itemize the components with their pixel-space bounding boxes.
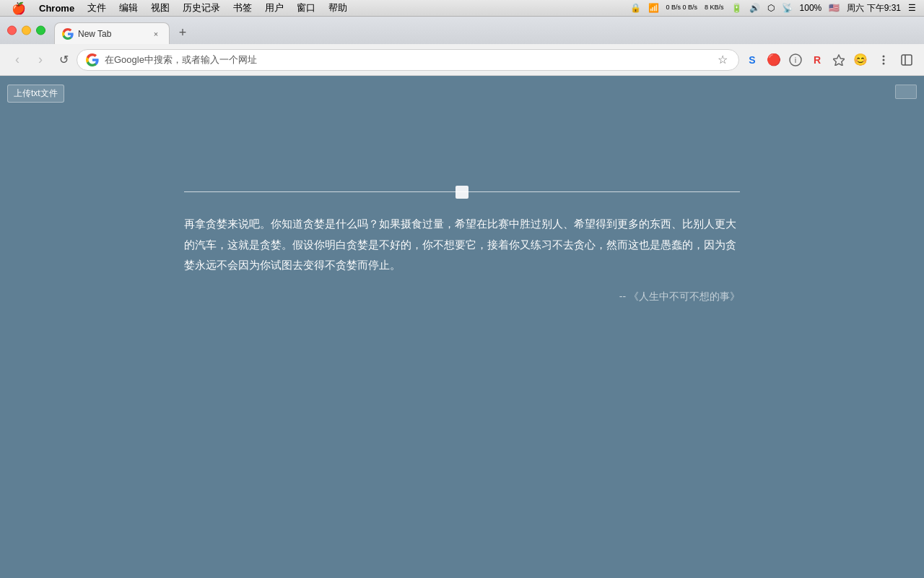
forward-button[interactable]: ›	[30, 50, 51, 70]
minimize-button[interactable]	[22, 26, 31, 35]
page-content: 上传txt文件 再拿贪婪来说吧。你知道贪婪是什么吗？如果摄食过量，希望在比赛中胜…	[0, 76, 924, 578]
menu-bar-right: 🔒 📶 0 B/s 0 B/s 8 KB/s 🔋 🔊 ⬡ 📡 100% 🇺🇸 周…	[628, 2, 918, 14]
ext-stop-icon[interactable]: 🔴	[764, 50, 784, 70]
top-right-input[interactable]	[895, 85, 917, 99]
svg-point-5	[883, 62, 885, 64]
title-bar: New Tab × +	[0, 17, 924, 44]
quote-attribution: -- 《人生中不可不想的事》	[184, 290, 740, 303]
menu-history[interactable]: 历史记录	[177, 0, 226, 17]
bookmark-icon[interactable]: ☆	[715, 53, 730, 67]
language-flag: 🇺🇸	[827, 3, 842, 13]
ext-info-icon[interactable]: i	[785, 50, 806, 70]
quote-text: 再拿贪婪来说吧。你知道贪婪是什么吗？如果摄食过量，希望在比赛中胜过别人、希望得到…	[184, 214, 740, 276]
divider-line-left	[184, 191, 462, 192]
notification-icon[interactable]: ☰	[906, 3, 918, 13]
apple-menu[interactable]: 🍎	[6, 0, 32, 17]
tab-close-button[interactable]: ×	[150, 28, 162, 40]
back-button[interactable]: ‹	[7, 50, 27, 70]
battery-icon: 🔋	[729, 3, 744, 13]
lock-status-icon: 🔒	[628, 3, 643, 13]
ext-emoji-icon[interactable]: 😊	[850, 50, 871, 70]
extension-icons: S 🔴 i R 😊	[742, 50, 871, 70]
clock: 周六 下午9:31	[845, 2, 903, 14]
tab-strip: New Tab × +	[54, 22, 193, 44]
divider-line-right	[462, 191, 740, 192]
address-bar[interactable]: 在Google中搜索，或者输入一个网址 ☆	[77, 49, 739, 71]
window-controls	[7, 26, 45, 35]
menu-edit[interactable]: 编辑	[113, 0, 144, 17]
network-speed2: 8 KB/s	[702, 4, 726, 12]
svg-marker-2	[833, 55, 845, 66]
bluetooth-icon: ⬡	[765, 3, 777, 13]
quote-container: 再拿贪婪来说吧。你知道贪婪是什么吗？如果摄食过量，希望在比赛中胜过别人、希望得到…	[184, 191, 740, 303]
ext-s-icon[interactable]: S	[742, 50, 762, 70]
address-text: 在Google中搜索，或者输入一个网址	[105, 53, 710, 66]
menu-view[interactable]: 视图	[145, 0, 175, 17]
svg-point-3	[883, 55, 885, 57]
svg-rect-6	[902, 55, 912, 65]
wifi-icon: 📡	[780, 3, 795, 13]
chrome-window: New Tab × + ‹ › ↺ 在Google中搜索，或者输入一个网址 ☆	[0, 17, 924, 578]
ext-r-icon[interactable]: R	[807, 50, 827, 70]
upload-txt-button[interactable]: 上传txt文件	[7, 85, 64, 103]
tab-newtab[interactable]: New Tab ×	[54, 22, 170, 44]
more-options-icon[interactable]	[873, 50, 894, 70]
close-button[interactable]	[7, 26, 17, 35]
menu-help[interactable]: 帮助	[323, 0, 353, 17]
divider-row	[184, 191, 740, 192]
menu-bar-left: 🍎 Chrome 文件 编辑 视图 历史记录 书签 用户 窗口 帮助	[6, 0, 628, 17]
google-icon	[86, 53, 99, 66]
signal-icon: 📶	[646, 3, 661, 13]
menu-chrome[interactable]: Chrome	[33, 0, 80, 17]
ext-star-icon[interactable]	[829, 50, 849, 70]
network-speed: 0 B/s 0 B/s	[664, 4, 700, 12]
menu-user[interactable]: 用户	[259, 0, 289, 17]
nav-bar: ‹ › ↺ 在Google中搜索，或者输入一个网址 ☆ S 🔴 i R	[0, 44, 924, 76]
new-tab-button[interactable]: +	[173, 22, 193, 43]
menu-bar: 🍎 Chrome 文件 编辑 视图 历史记录 书签 用户 窗口 帮助 🔒 📶 0…	[0, 0, 924, 17]
tab-favicon	[62, 28, 74, 40]
svg-point-4	[883, 59, 885, 61]
tab-title: New Tab	[78, 29, 146, 39]
svg-text:i: i	[795, 56, 796, 64]
menu-file[interactable]: 文件	[82, 0, 112, 17]
divider-handle[interactable]	[456, 186, 468, 199]
battery-percent: 100%	[798, 3, 824, 13]
menu-bookmarks[interactable]: 书签	[227, 0, 258, 17]
audio-icon: 🔊	[747, 3, 762, 13]
sidebar-toggle-icon[interactable]	[897, 50, 917, 70]
maximize-button[interactable]	[36, 26, 45, 35]
reload-button[interactable]: ↺	[53, 50, 74, 70]
menu-window[interactable]: 窗口	[291, 0, 321, 17]
